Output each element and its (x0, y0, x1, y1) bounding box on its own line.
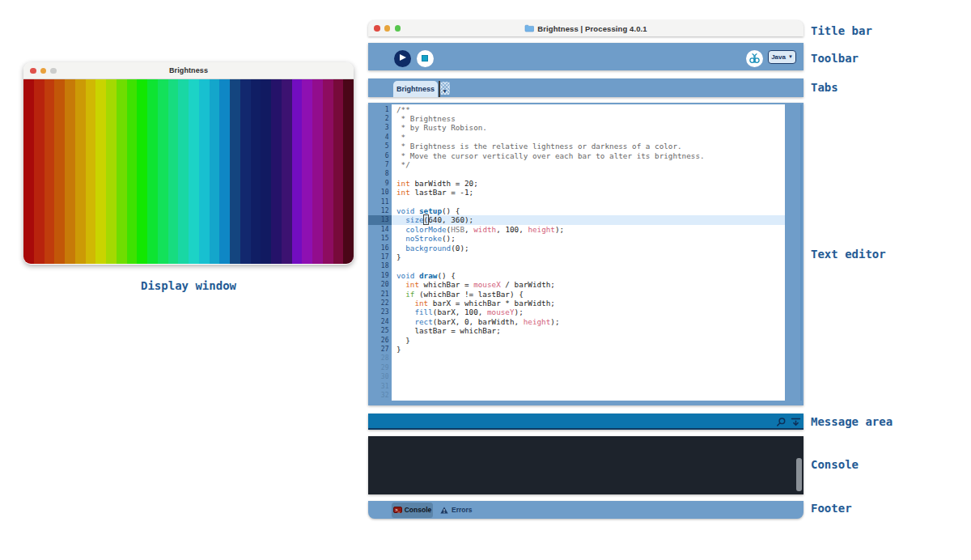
ide-tab-bar: Brightness ▾ (368, 78, 804, 97)
editor-line[interactable]: 24 rect(barX, 0, barWidth, height); (368, 317, 785, 326)
zoom-icon (50, 68, 57, 74)
footer-errors-label: Errors (452, 506, 473, 514)
display-window-titlebar: Brightness (23, 62, 354, 79)
display-window: Brightness (23, 62, 354, 265)
editor-line[interactable]: 2 * Brightness (368, 114, 785, 123)
console-collapse-icon[interactable] (791, 417, 801, 427)
text-editor[interactable]: 1/**2 * Brightness3 * by Rusty Robison.4… (368, 103, 804, 405)
editor-line[interactable]: 1/** (368, 105, 785, 114)
editor-line[interactable]: 16 background(0); (368, 244, 785, 252)
editor-line[interactable]: 22 int barX = whichBar * barWidth; (368, 299, 785, 308)
editor-line[interactable]: 23 fill(barX, 100, mouseY); (368, 308, 785, 316)
line-number: 32 (368, 391, 392, 400)
editor-line[interactable]: 31 (368, 382, 785, 391)
color-bar (86, 79, 96, 264)
ide-titlebar: Brightness | Processing 4.0.1 (368, 20, 804, 36)
chevron-down-icon: ▼ (788, 54, 793, 59)
line-number: 19 (368, 271, 392, 280)
editor-line[interactable]: 27} (368, 345, 785, 354)
close-icon[interactable] (30, 68, 36, 74)
code-text (392, 382, 785, 391)
editor-line[interactable]: 32 (368, 391, 785, 400)
color-bar (168, 79, 179, 264)
chevron-down-icon: ▾ (443, 87, 447, 95)
editor-line[interactable]: 12void setup() { (368, 206, 785, 215)
mode-label: Java (771, 53, 786, 61)
footer-tab-console[interactable]: >_ Console (392, 503, 433, 518)
editor-line[interactable]: 30 (368, 372, 785, 381)
tab-brightness[interactable]: Brightness (393, 81, 438, 98)
run-button[interactable] (394, 50, 411, 67)
editor-line[interactable]: 4 * (368, 133, 785, 142)
debug-button[interactable] (746, 50, 763, 67)
editor-line[interactable]: 9int barWidth = 20; (368, 179, 785, 188)
editor-line[interactable]: 7 */ (368, 160, 785, 169)
editor-line[interactable]: 11 (368, 197, 785, 206)
editor-line[interactable]: 14 colorMode(HSB, width, 100, height); (368, 225, 785, 234)
code-text: * (392, 133, 785, 142)
editor-line[interactable]: 26 } (368, 336, 785, 345)
annotation-toolbar: Toolbar (811, 53, 859, 65)
line-number: 31 (368, 382, 392, 391)
code-text: if (whichBar != lastBar) { (392, 290, 785, 299)
color-bar (261, 79, 271, 264)
warning-icon (440, 507, 448, 514)
sketch-output-bars[interactable] (23, 79, 354, 264)
code-text: colorMode(HSB, width, 100, height); (392, 225, 785, 234)
console-scrollbar-thumb[interactable] (796, 458, 802, 491)
console-output[interactable] (368, 436, 804, 494)
line-number: 24 (368, 317, 392, 326)
minimize-icon[interactable] (384, 25, 391, 32)
ide-footer: >_ Console Errors (368, 501, 804, 519)
editor-line[interactable]: 15 noStroke(); (368, 234, 785, 243)
editor-line[interactable]: 5 * Brightness is the relative lightness… (368, 142, 785, 151)
tab-menu-button[interactable]: ▾ (440, 82, 451, 95)
code-text (392, 391, 785, 400)
editor-line[interactable]: 18 (368, 261, 785, 270)
color-bar (333, 79, 344, 264)
annotation-message-area: Message area (811, 416, 893, 428)
color-bar (95, 79, 106, 264)
editor-line[interactable]: 19void draw() { (368, 271, 785, 280)
code-text: int barWidth = 20; (392, 179, 785, 188)
color-bar (230, 79, 240, 264)
editor-line[interactable]: 20 int whichBar = mouseX / barWidth; (368, 280, 785, 289)
line-number: 9 (368, 179, 392, 188)
line-number: 20 (368, 280, 392, 289)
editor-line[interactable]: 29 (368, 363, 785, 372)
editor-line[interactable]: 28 (368, 354, 785, 363)
editor-line[interactable]: 3 * by Rusty Robison. (368, 123, 785, 132)
code-text (392, 354, 785, 363)
line-number: 28 (368, 354, 392, 363)
mode-selector-button[interactable]: Java ▼ (768, 50, 796, 64)
close-icon[interactable] (374, 25, 380, 32)
code-text: size(640, 360); (392, 215, 785, 224)
editor-line[interactable]: 10int lastBar = -1; (368, 188, 785, 197)
editor-line[interactable]: 13 size(640, 360); (368, 215, 785, 224)
editor-line[interactable]: 25 lastBar = whichBar; (368, 326, 785, 335)
annotation-title-bar: Title bar (811, 25, 872, 37)
color-bar (178, 79, 189, 264)
search-icon[interactable] (776, 417, 787, 427)
color-bar (210, 79, 220, 264)
line-number: 26 (368, 336, 392, 345)
editor-line[interactable]: 17} (368, 252, 785, 261)
line-number: 23 (368, 308, 392, 316)
editor-line[interactable]: 21 if (whichBar != lastBar) { (368, 290, 785, 299)
line-number: 1 (368, 105, 392, 114)
color-bar (240, 79, 251, 264)
editor-line[interactable]: 6 * Move the cursor vertically over each… (368, 151, 785, 160)
color-bar (292, 79, 303, 264)
color-bar (158, 79, 168, 264)
editor-line[interactable]: 8 (368, 169, 785, 178)
zoom-icon[interactable] (395, 25, 401, 32)
terminal-icon: >_ (393, 507, 402, 514)
color-bar (251, 79, 261, 264)
code-text: * Brightness (392, 114, 785, 123)
code-text (392, 197, 785, 206)
color-bar (282, 79, 292, 264)
stop-button[interactable] (417, 50, 434, 67)
color-bar (323, 79, 333, 264)
line-number: 12 (368, 206, 392, 215)
footer-tab-errors[interactable]: Errors (440, 503, 473, 518)
